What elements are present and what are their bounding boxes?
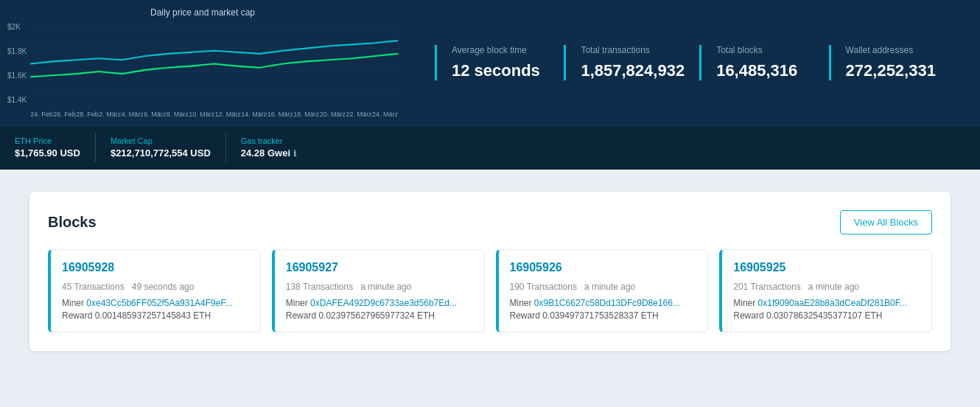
stat-total-transactions-label: Total transactions (581, 45, 685, 55)
stat-avg-block-time-label: Average block time (452, 45, 549, 55)
blocks-wrapper: Blocks View All Blocks 16905928 45 Trans… (0, 170, 980, 373)
eth-price-item: ETH Price $1,765.90 USD (15, 133, 96, 162)
block-meta: 138 Transactions a minute ago (286, 282, 473, 292)
block-miner-addr[interactable]: 0xDAFEA492D9c6733ae3d56b7Ed... (310, 298, 457, 308)
block-reward: Reward 0.030786325435377107 ETH (733, 310, 920, 321)
eth-price-value: $1,765.90 USD (15, 147, 80, 159)
stat-avg-block-time-value: 12 seconds (452, 61, 549, 80)
chart-stats-row: Daily price and market cap $2K $1.8K $1.… (0, 0, 980, 125)
block-meta: 190 Transactions a minute ago (510, 282, 697, 292)
info-bar: ETH Price $1,765.90 USD Market Cap $212,… (0, 125, 980, 170)
block-card: 16905926 190 Transactions a minute ago M… (496, 249, 709, 333)
view-all-blocks-button[interactable]: View All Blocks (840, 210, 932, 234)
y-label-18k: $1.8K (7, 47, 27, 55)
stat-avg-block-time: Average block time 12 seconds (435, 45, 564, 80)
block-miner-addr[interactable]: 0x1f9090aaE28b8a3dCeaDf281B0F... (758, 298, 907, 308)
block-card: 16905928 45 Transactions 49 seconds ago … (48, 249, 261, 333)
eth-price-label: ETH Price (15, 136, 80, 145)
stat-total-transactions: Total transactions 1,857,824,932 (564, 45, 699, 80)
block-number[interactable]: 16905927 (286, 261, 473, 274)
block-reward: Reward 0.001485937257145843 ETH (62, 310, 249, 321)
stats-panel: Average block time 12 seconds Total tran… (413, 0, 980, 125)
block-card: 16905927 138 Transactions a minute ago M… (272, 249, 485, 333)
stat-wallet-addresses-value: 272,252,331 (846, 61, 943, 80)
market-cap-value: $212,710,772,554 USD (111, 147, 211, 159)
chart-svg (30, 21, 398, 106)
blocks-grid: 16905928 45 Transactions 49 seconds ago … (48, 249, 932, 333)
stat-total-blocks-label: Total blocks (716, 45, 813, 55)
x-axis: 24. Feb 26. Feb 28. Feb 2. März 4. März … (30, 111, 398, 118)
stat-wallet-addresses-label: Wallet addresses (846, 45, 943, 55)
block-meta: 201 Transactions a minute ago (733, 282, 920, 292)
block-card: 16905925 201 Transactions a minute ago M… (719, 249, 932, 333)
block-number[interactable]: 16905926 (510, 261, 697, 274)
blocks-header: Blocks View All Blocks (48, 210, 932, 234)
block-miner: Miner 0xDAFEA492D9c6733ae3d56b7Ed... (286, 298, 473, 308)
block-miner: Miner 0x9B1C6627c58Dd13DFc9D8e166... (510, 298, 697, 308)
block-miner: Miner 0xe43Cc5b6FF052f5Aa931A4F9eF... (62, 298, 249, 308)
stat-total-blocks: Total blocks 16,485,316 (699, 45, 828, 80)
block-reward: Reward 0.039497371753528337 ETH (510, 310, 697, 321)
chart-area: Daily price and market cap $2K $1.8K $1.… (0, 0, 413, 125)
blocks-title: Blocks (48, 214, 97, 231)
gas-tracker-item: Gas tracker 24.28 Gwei ℹ (226, 133, 311, 162)
chart-title: Daily price and market cap (7, 7, 398, 18)
top-section: Daily price and market cap $2K $1.8K $1.… (0, 0, 980, 170)
y-label-2k: $2K (7, 23, 27, 31)
stat-wallet-addresses: Wallet addresses 272,252,331 (829, 45, 958, 80)
gas-tracker-value: 24.28 Gwei ℹ (241, 147, 296, 159)
market-cap-label: Market Cap (111, 136, 211, 145)
gas-info-icon[interactable]: ℹ (293, 149, 296, 158)
blocks-section: Blocks View All Blocks 16905928 45 Trans… (29, 192, 951, 351)
y-axis: $2K $1.8K $1.6K $1.4K (7, 21, 30, 117)
block-number[interactable]: 16905928 (62, 261, 249, 274)
block-miner: Miner 0x1f9090aaE28b8a3dCeaDf281B0F... (733, 298, 920, 308)
block-number[interactable]: 16905925 (733, 261, 920, 274)
block-miner-addr[interactable]: 0xe43Cc5b6FF052f5Aa931A4F9eF... (86, 298, 232, 308)
stat-total-transactions-value: 1,857,824,932 (581, 61, 685, 80)
gas-tracker-label: Gas tracker (241, 136, 296, 145)
block-meta: 45 Transactions 49 seconds ago (62, 282, 249, 292)
chart-svg-container: 24. Feb 26. Feb 28. Feb 2. März 4. März … (30, 21, 398, 117)
block-reward: Reward 0.023975627965977324 ETH (286, 310, 473, 321)
y-label-14k: $1.4K (7, 96, 27, 104)
market-cap-item: Market Cap $212,710,772,554 USD (96, 133, 226, 162)
block-miner-addr[interactable]: 0x9B1C6627c58Dd13DFc9D8e166... (534, 298, 680, 308)
stat-total-blocks-value: 16,485,316 (716, 61, 813, 80)
y-label-16k: $1.6K (7, 72, 27, 80)
